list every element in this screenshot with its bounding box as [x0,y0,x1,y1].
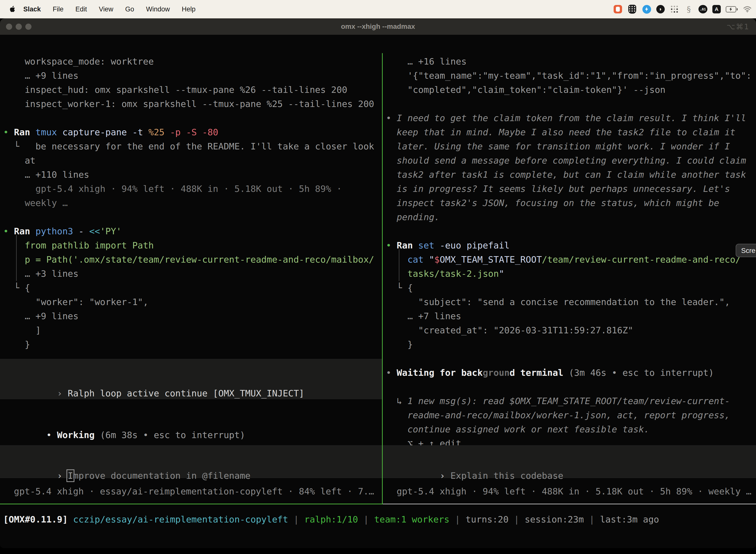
terminal-line: tasks/task-2.json" [386,267,504,281]
omx-status-segment: | [288,514,304,524]
terminal-line: • I need to get the claim token from the… [386,111,746,125]
terminal-line: inspect_worker-1: omx sparkshell --tmux-… [3,97,374,111]
left-terminal-pane[interactable]: workspace_mode: worktree … +9 lines insp… [0,53,382,504]
terminal-line: '{"team_name":"my-team","task_id":"1","f… [386,68,752,82]
menu-item-go[interactable]: Go [119,5,140,13]
window-title-bar[interactable]: omx --xhigh --madmax ⌥⌘1 [0,18,756,35]
terminal-line: ] [3,323,41,337]
menu-bar: Slack File Edit View Go Window Help ◗ § … [0,0,756,18]
menu-item-view[interactable]: View [93,5,119,13]
terminal-line: … +110 lines [3,168,89,182]
terminal-line: … +9 lines [3,309,78,323]
terminal-line: • Waiting for background terminal (3m 46… [386,366,714,380]
prompt-chevron-icon: › [57,470,68,481]
tmux-pane-divider[interactable] [382,53,383,504]
right-pane-border [383,504,756,504]
screen: Slack File Edit View Go Window Help ◗ § … [0,0,756,554]
omx-status-segment: cczip/essay/ai-reimplementation-copyleft [73,514,288,524]
terminal-line: continue assigned work or next feasible … [386,422,649,436]
window-shortcut-label: ⌥⌘1 [727,22,750,31]
terminal-line: └ be necessary for the end of the README… [3,139,374,153]
terminal-line: … +3 lines [3,267,78,281]
omx-status-segment: | [449,514,465,524]
terminal-line: pending. [386,210,440,224]
terminal-line: is in progress? It seems likely but perh… [386,182,730,196]
terminal-line: should send a message before completing … [386,153,746,168]
wifi-icon[interactable] [743,4,752,14]
omx-status-segment: | [584,514,600,524]
omx-status-segment: | [358,514,374,524]
right-session-status: gpt-5.4 xhigh · 94% left · 488K in · 5.1… [397,484,751,498]
terminal-line: "worker": "worker-1", [3,295,148,309]
percent-61-badge-icon[interactable]: ..61 [698,5,707,13]
screen-recording-icon[interactable] [613,4,623,14]
menu-item-edit[interactable]: Edit [69,5,93,13]
menu-status-icons: ◗ § ..61 A [613,4,756,14]
terminal-line: inspect_hud: omx sparkshell --tmux-pane … [3,82,347,97]
terminal-line: } [386,337,413,351]
right-terminal-pane[interactable]: … +16 lines '{"team_name":"my-team","tas… [383,53,756,504]
ralph-loop-banner: › Ralph loop active continue [OMX_TMUX_I… [0,359,382,399]
omx-status-segment: | [508,514,524,524]
terminal-line: at [3,153,36,168]
screen-share-overlay-button[interactable]: Scre [736,244,756,257]
text-cursor: I [68,470,73,481]
terminal-line: • Ran python3 - <<'PY' [3,224,122,238]
working-bullet: • [46,430,57,440]
right-input-placeholder: Explain this codebase [450,470,563,481]
left-pane-border [0,504,383,504]
terminal-line: p = Path('.omx/state/team/review-current… [3,253,374,267]
terminal-line: keep that in mind. Maybe I also need the… [386,125,736,139]
terminal-line: … +9 lines [3,68,78,82]
terminal-line: workspace_mode: worktree [3,54,154,68]
banner-text: Ralph loop active continue [OMX_TMUX_INJ… [68,388,304,398]
terminal-line: "created_at": "2026-03-31T11:59:27.816Z" [386,323,633,337]
terminal-line: … +7 lines [386,309,461,323]
omx-status-segment: ralph:1/10 [304,514,358,524]
menu-item-help[interactable]: Help [176,5,202,13]
omx-status-line: [OMX#0.11.9] cczip/essay/ai-reimplementa… [3,512,659,527]
terminal-line: task2 after task1 is complete, but can I… [386,168,746,182]
terminal-line: "subject": "send a concise recommendatio… [386,295,730,309]
left-prompt-input[interactable]: › Improve documentation in @filename [0,445,382,478]
terminal-line: … +16 lines [386,54,466,68]
dots-grid-icon[interactable] [670,4,679,14]
terminal-line: } [3,337,30,351]
omx-status-segment: last:3m ago [600,514,659,524]
apple-menu-icon[interactable] [9,5,16,13]
terminal-line: gpt-5.4 xhigh · 94% left · 488K in · 5.1… [3,182,342,196]
terminal-window: omx --xhigh --madmax ⌥⌘1 workspace_mode:… [0,18,756,548]
terminal-line: • Ran tmux capture-pane -t %25 -p -S -80 [3,125,218,139]
left-input-placeholder: mprove documentation in @filename [73,470,251,481]
terminal-line: inspect task2's JSON, focusing on the st… [386,196,719,210]
input-source-a-icon[interactable]: A [712,5,721,13]
terminal-line: └ { [3,281,30,295]
right-prompt-input[interactable]: › Explain this codebase [383,445,756,478]
bolt-circle-icon[interactable] [642,4,651,14]
terminal-line: cat "$OMX_TEAM_STATE_ROOT/team/review-cu… [386,253,741,267]
battery-charging-icon[interactable] [726,6,738,12]
terminal-line: readme-and-reco/mailbox/worker-1.json, a… [386,408,730,422]
omx-status-segment: [OMX#0.11.9] [3,514,73,524]
left-session-status: gpt-5.4 xhigh · essay/ai-reimplementatio… [14,484,374,498]
menu-item-window[interactable]: Window [140,5,176,13]
squiggle-icon[interactable]: § [684,4,693,14]
working-label: Working [57,430,95,440]
terminal-line: ↳ 1 new msg(s): read $OMX_TEAM_STATE_ROO… [386,394,730,408]
prompt-chevron-icon: › [440,470,450,481]
keypad-shield-icon[interactable] [628,4,637,14]
tool-call-connector-line [16,235,17,281]
banner-prompt-icon: › [57,388,68,398]
working-timer: (6m 38s • esc to interrupt) [94,430,245,440]
omx-status-segment: session:23m [524,514,584,524]
terminal-line: weekly … [3,196,68,210]
omx-status-segment: team:1 workers [374,514,449,524]
terminal-line: • Ran set -euo pipefail [386,238,510,253]
crescent-circle-icon[interactable]: ◗ [656,5,665,13]
menu-item-file[interactable]: File [47,5,70,13]
menu-app-name[interactable]: Slack [16,5,47,13]
window-title: omx --xhigh --madmax [0,22,756,31]
tool-call-connector-line [399,249,399,281]
terminal-line: "completed","claim_token":"claim-token"}… [386,82,666,97]
terminal-line: later. Using the same for transition mig… [386,139,730,153]
